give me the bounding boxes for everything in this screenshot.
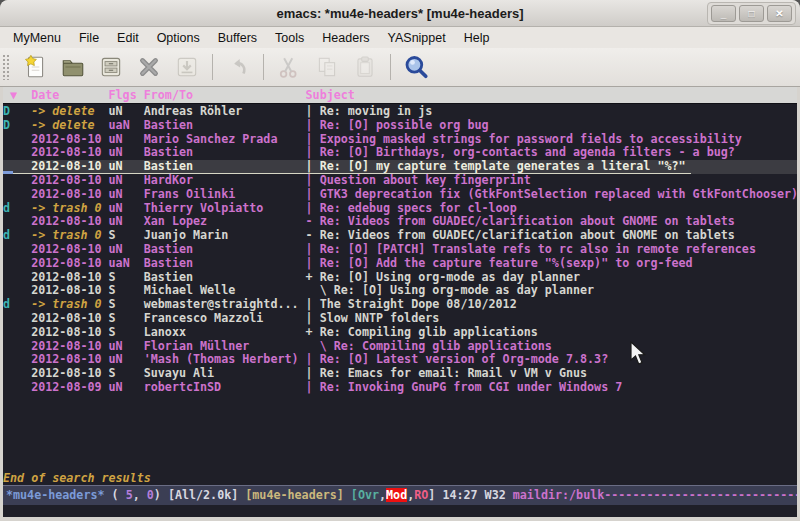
menu-item-help[interactable]: Help xyxy=(455,29,499,47)
message-row[interactable]: d -> trash 0 S webmaster@straightd... | … xyxy=(3,298,797,312)
mark-flag xyxy=(3,326,31,339)
message-date: 2012-08-10 xyxy=(31,133,108,146)
search-icon[interactable] xyxy=(403,54,429,80)
message-flags: S xyxy=(109,298,144,311)
message-from: Michael Welle xyxy=(144,284,306,297)
menu-item-buffers[interactable]: Buffers xyxy=(209,29,266,47)
message-from: Francesco Mazzoli xyxy=(144,312,306,325)
mark-flag xyxy=(3,284,31,297)
toolbar-separator xyxy=(390,54,391,80)
message-from: Thierry Volpiatto xyxy=(144,202,306,215)
message-row[interactable]: 2012-08-10 S Suvayu Ali | Re: Emacs for … xyxy=(3,367,797,381)
close-button[interactable]: ✕ xyxy=(767,5,792,22)
message-flags: uN xyxy=(109,215,144,228)
title-bar[interactable]: emacs: *mu4e-headers* [mu4e-headers] _□✕ xyxy=(0,0,800,27)
mark-flag xyxy=(3,340,31,353)
menu-item-yasnippet[interactable]: YASnippet xyxy=(379,29,455,47)
window-border-bottom xyxy=(0,517,800,521)
message-row[interactable]: 2012-08-10 uN Frans Oilinki | GTK3 depre… xyxy=(3,188,797,202)
message-from: Mario Sanchez Prada xyxy=(144,133,306,146)
message-date: 2012-08-10 xyxy=(31,257,108,270)
message-from: Xan Lopez xyxy=(144,215,306,228)
menu-item-edit[interactable]: Edit xyxy=(108,29,148,47)
message-flags: uN xyxy=(109,146,144,159)
toolbar-separator xyxy=(263,54,264,80)
close-icon[interactable] xyxy=(136,54,162,80)
toolbar-grip[interactable] xyxy=(2,54,10,80)
message-row[interactable]: 2012-08-10 uN Xan Lopez - Re: Videos fro… xyxy=(3,215,797,229)
menu-item-mymenu[interactable]: MyMenu xyxy=(4,29,70,47)
copy-icon xyxy=(314,54,340,80)
message-subject: | Re: [O] [PATCH] Translate refs to rc a… xyxy=(306,243,756,256)
menu-item-tools[interactable]: Tools xyxy=(266,29,313,47)
message-date: 2012-08-10 xyxy=(31,271,108,284)
window-title: emacs: *mu4e-headers* [mu4e-headers] xyxy=(276,6,523,21)
cut-icon xyxy=(276,54,302,80)
message-subject: + Re: Compiling glib applications xyxy=(306,326,538,339)
menu-item-file[interactable]: File xyxy=(70,29,108,47)
modeline-segment: ( xyxy=(105,488,126,502)
message-date: 2012-08-10 xyxy=(31,160,108,173)
modeline-segment: *mu4e-headers* xyxy=(6,488,105,502)
message-subject: | Re: Invoking GnuPG from CGI under Wind… xyxy=(306,381,623,394)
message-from: Bastien xyxy=(144,271,306,284)
mark-flag xyxy=(3,188,31,201)
mark-flag: D xyxy=(3,105,31,118)
message-subject: | Re: Emacs for email: Rmail v VM v Gnus xyxy=(306,367,587,380)
mark-target: -> trash 0 xyxy=(31,229,108,242)
message-date: 2012-08-09 xyxy=(31,381,108,394)
message-row[interactable]: 2012-08-10 S Francesco Mazzoli | Slow NN… xyxy=(3,312,797,326)
message-row[interactable]: 2012-08-09 uN robertcInSD | Re: Invoking… xyxy=(3,381,797,395)
message-flags: uN xyxy=(109,188,144,201)
message-flags: uN xyxy=(109,105,144,118)
message-row[interactable]: 2012-08-10 S Bastien + Re: [O] Using org… xyxy=(3,271,797,285)
message-flags: S xyxy=(109,312,144,325)
message-row[interactable]: d -> trash 0 S Juanjo Marin - Re: Videos… xyxy=(3,229,797,243)
message-flags: uN xyxy=(109,174,144,187)
new-file-icon[interactable] xyxy=(22,54,48,80)
modeline-segment: maildir:/bulk xyxy=(513,488,604,502)
message-row[interactable]: 2012-08-10 uaN Bastien | Re: [O] Add the… xyxy=(3,257,797,271)
mark-flag xyxy=(3,160,31,173)
message-from: robertcInSD xyxy=(144,381,306,394)
message-row[interactable]: 2012-08-10 uN HardKor | Question about k… xyxy=(3,174,797,188)
minimize-button[interactable]: _ xyxy=(711,5,736,22)
message-date: 2012-08-10 xyxy=(31,326,108,339)
message-flags: uN xyxy=(109,202,144,215)
message-row[interactable]: 2012-08-10 uN Mario Sanchez Prada | Expo… xyxy=(3,133,797,147)
headers-column-header[interactable]: ▼ Date Flgs From/To Subject xyxy=(3,87,797,104)
mark-target: -> trash 0 xyxy=(31,202,108,215)
open-folder-icon[interactable] xyxy=(60,54,86,80)
message-from: Bastien xyxy=(144,160,306,173)
message-row[interactable]: 2012-08-10 S Lanoxx + Re: Compiling glib… xyxy=(3,326,797,340)
modeline-segment: 5 xyxy=(126,488,133,502)
message-flags: uN xyxy=(109,160,144,173)
message-subject: | Exposing masked strings for password f… xyxy=(306,133,742,146)
modeline-segment: RO xyxy=(414,488,428,502)
message-row[interactable]: 2012-08-10 uN 'Mash (Thomas Herbert) | R… xyxy=(3,353,797,367)
message-row[interactable]: D -> delete uaN Bastien | Re: [O] possib… xyxy=(3,119,797,133)
message-date: 2012-08-10 xyxy=(31,353,108,366)
message-row[interactable]: 2012-08-10 uN Bastien | Re: [O] [PATCH] … xyxy=(3,243,797,257)
mode-line[interactable]: *mu4e-headers* ( 5, 0) [All/2.0k] [mu4e-… xyxy=(3,485,797,505)
message-from: Bastien xyxy=(144,146,306,159)
message-row[interactable]: 2012-08-10 S Michael Welle \ Re: [O] Usi… xyxy=(3,284,797,298)
modeline-segment: , xyxy=(379,488,386,502)
message-row[interactable]: d -> trash 0 uN Thierry Volpiatto | Re: … xyxy=(3,202,797,216)
menu-item-options[interactable]: Options xyxy=(148,29,209,47)
message-from: Lanoxx xyxy=(144,326,306,339)
message-flags: S xyxy=(109,284,144,297)
modeline-segment: [Ovr xyxy=(351,488,379,502)
paste-icon xyxy=(352,54,378,80)
save-icon[interactable] xyxy=(98,54,124,80)
message-flags: uaN xyxy=(109,257,144,270)
save-as-icon xyxy=(174,54,200,80)
menu-item-headers[interactable]: Headers xyxy=(313,29,378,47)
maximize-button[interactable]: □ xyxy=(739,5,764,22)
message-row[interactable]: 2012-08-10 uN Bastien | Re: [O] my captu… xyxy=(3,160,797,174)
modeline-segment: , xyxy=(133,488,147,502)
message-row[interactable]: 2012-08-10 uN Florian Müllner \ Re: Comp… xyxy=(3,340,797,354)
message-date: 2012-08-10 xyxy=(31,340,108,353)
message-row[interactable]: D -> delete uN Andreas Röhler | Re: movi… xyxy=(3,105,797,119)
message-row[interactable]: 2012-08-10 uN Bastien | Re: [O] Birthday… xyxy=(3,146,797,160)
